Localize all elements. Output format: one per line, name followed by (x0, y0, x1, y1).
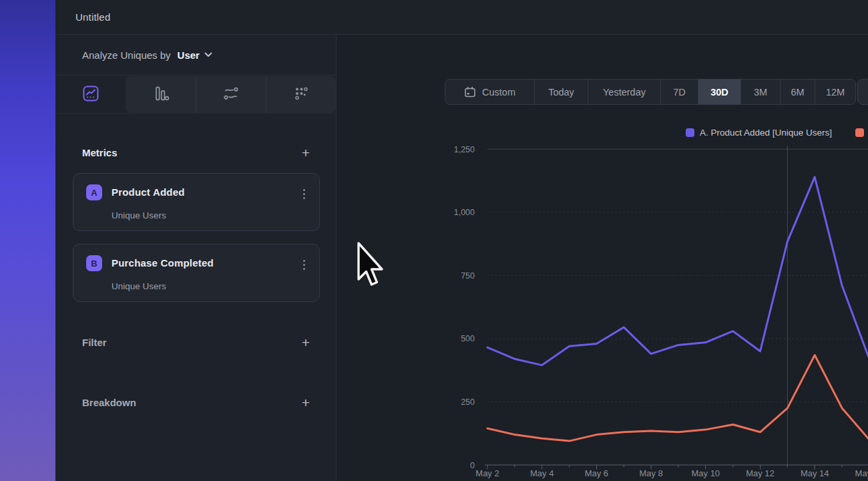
tab-flows[interactable] (196, 76, 266, 113)
metric-subtitle: Unique Users (112, 210, 166, 220)
y-axis-label: 1,000 (454, 208, 475, 217)
chart-legend: A. Product Added [Unique Users]B. Purcha… (392, 128, 868, 140)
add-metric-button[interactable]: + (298, 145, 313, 160)
x-axis-label: May 4 (530, 468, 554, 478)
x-axis-label: May 8 (639, 468, 662, 478)
background-gradient-strip (0, 0, 55, 481)
report-title: Untitled (75, 11, 110, 23)
compare-button[interactable]: Compare (857, 79, 868, 105)
metric-card-b[interactable]: BPurchase CompletedUnique Users (73, 244, 320, 302)
tab-bar-chart[interactable] (126, 76, 196, 113)
range-button-yesterday[interactable]: Yesterday (588, 79, 660, 104)
analyze-value-dropdown[interactable]: User (178, 49, 200, 61)
metric-badge: A (86, 184, 102, 200)
series-line (487, 355, 868, 442)
add-filter-button[interactable]: + (298, 335, 313, 349)
retention-grid-icon (292, 85, 310, 105)
chevron-down-icon[interactable] (204, 52, 212, 57)
breakdown-heading: Breakdown (82, 397, 136, 408)
metrics-section-header: Metrics + (82, 144, 309, 161)
metric-card-list: AProduct AddedUnique UsersBPurchase Comp… (73, 173, 320, 315)
metrics-heading: Metrics (82, 147, 118, 158)
line-chart-icon (81, 84, 100, 106)
legend-item-b[interactable]: B. Purchase Completed [Unique Users] (855, 128, 868, 138)
y-axis-label: 0 (470, 461, 475, 470)
app-window: Untitled Analyze Uniques by User (55, 0, 868, 481)
add-breakdown-button[interactable]: + (298, 395, 313, 410)
x-axis-label: May 16 (855, 468, 868, 478)
tab-retention[interactable] (266, 76, 336, 113)
tab-line-chart[interactable] (55, 76, 126, 113)
legend-item-a[interactable]: A. Product Added [Unique Users] (686, 128, 832, 138)
metric-title: Product Added (112, 186, 185, 198)
filter-section-header: Filter + (82, 333, 309, 351)
query-sidebar: Analyze Uniques by User (55, 35, 337, 481)
metric-card-a[interactable]: AProduct AddedUnique Users (73, 173, 320, 231)
calendar-icon (464, 86, 476, 98)
series-line (487, 177, 868, 365)
metric-options-kebab-icon[interactable] (296, 255, 311, 274)
metric-badge: B (86, 255, 102, 271)
date-range-toolbar: CustomTodayYesterday7D30D3M6M12M (445, 79, 856, 105)
filter-heading: Filter (82, 337, 107, 348)
x-axis-label: May 10 (691, 468, 720, 478)
y-axis-label: 250 (461, 397, 475, 407)
metric-options-kebab-icon[interactable] (296, 184, 311, 203)
range-button-30d[interactable]: 30D (698, 79, 740, 104)
analyze-label: Analyze Uniques by (82, 49, 171, 61)
y-axis-label: 750 (461, 271, 475, 281)
x-axis-label: May 2 (475, 468, 499, 478)
y-axis-label: 500 (461, 334, 475, 343)
x-axis-label: May 14 (801, 468, 829, 478)
range-button-today[interactable]: Today (534, 79, 588, 104)
metric-subtitle: Unique Users (112, 281, 166, 291)
range-button-custom[interactable]: Custom (445, 79, 534, 104)
y-axis-label: 1,250 (454, 145, 475, 154)
range-button-12m[interactable]: 12M (815, 79, 855, 104)
chart-type-tabbar (55, 75, 336, 114)
range-button-6m[interactable]: 6M (780, 79, 815, 104)
x-axis-label: May 12 (746, 468, 775, 478)
breakdown-section-header: Breakdown + (82, 393, 309, 411)
chart-panel: 02505007501,0001,250May 2May 4May 6May 8… (392, 35, 868, 481)
bar-chart-icon (152, 85, 170, 105)
title-bar: Untitled (55, 0, 868, 35)
x-axis-label: May 6 (585, 468, 608, 478)
range-button-7d[interactable]: 7D (660, 79, 698, 104)
analyze-header: Analyze Uniques by User (55, 35, 336, 75)
metric-title: Purchase Completed (112, 257, 214, 269)
flows-icon (222, 84, 240, 106)
range-button-3m[interactable]: 3M (740, 79, 780, 104)
